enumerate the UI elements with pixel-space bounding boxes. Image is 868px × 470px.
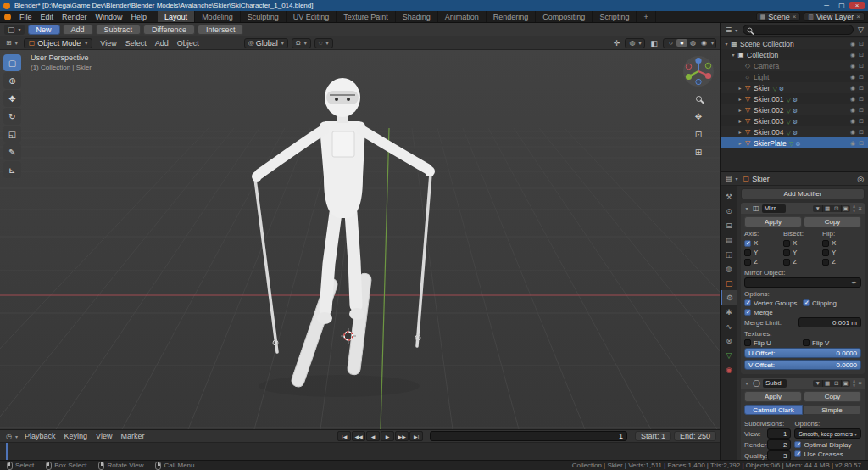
clipping-checkbox[interactable]	[803, 299, 810, 306]
outliner-row[interactable]: ▸ Skier.003 ◉ ⊡	[721, 115, 868, 126]
modifier-name-field[interactable]: Mirr	[762, 204, 786, 213]
render-subdivisions-field[interactable]: 2	[767, 439, 791, 450]
menu-item[interactable]: Help	[127, 11, 152, 22]
workspace-tab[interactable]: Compositing	[536, 11, 593, 22]
timeline-track-area[interactable]	[0, 442, 720, 460]
start-frame-field[interactable]: Start: 1	[635, 431, 671, 441]
hide-in-viewport-eye-icon[interactable]: ◉	[849, 140, 857, 147]
timeline-editor-selector[interactable]: ◷ ▾	[3, 433, 20, 440]
transport-button[interactable]: ▶	[381, 431, 394, 441]
subdivision-modifier-header[interactable]: ▾ ◯ Subd ▼ ▦ ⊡ ▣ ∧ ∨ ×	[741, 378, 865, 389]
zoom-icon[interactable]	[692, 92, 705, 105]
camera-view-icon[interactable]: ⊡	[692, 127, 705, 141]
selection-mode-button[interactable]: Add	[63, 25, 93, 35]
disable-in-renders-icon[interactable]: ⊡	[857, 52, 865, 59]
workspace-tab[interactable]: Sculpting	[241, 11, 287, 22]
3d-viewport[interactable]: User Perspective (1) Collection | Skier …	[0, 50, 720, 429]
menu-item[interactable]: File	[15, 11, 36, 22]
outliner-row[interactable]: Light ◉ ⊡	[721, 71, 868, 82]
tool-button[interactable]: ✎	[3, 143, 21, 160]
transport-button[interactable]: ▶|	[409, 431, 423, 441]
hide-in-viewport-eye-icon[interactable]: ◉	[849, 85, 857, 92]
properties-tab[interactable]: ▽	[721, 348, 737, 362]
outliner-row[interactable]: ▸ Skier.002 ◉ ⊡	[721, 104, 868, 115]
apply-button[interactable]: Apply	[744, 391, 802, 402]
uv-smooth-dropdown[interactable]: Smooth, keep corners ▾	[794, 428, 861, 439]
use-creases-checkbox[interactable]	[794, 450, 801, 457]
properties-tab[interactable]: ⊙	[721, 204, 737, 218]
mirror-object-field[interactable]: ✒	[744, 277, 861, 288]
active-tool-selector[interactable]: ▢ ▾	[4, 25, 25, 35]
disable-in-renders-icon[interactable]: ⊡	[857, 140, 865, 147]
window-titlebar[interactable]: Blender* [D:\Mega\Game Dev\Blender\Blend…	[0, 0, 868, 11]
apply-button[interactable]: Apply	[744, 216, 802, 227]
selection-mode-button[interactable]: Subtract	[96, 25, 142, 35]
outliner-row[interactable]: ▸ Skier ◉ ⊡	[721, 82, 868, 93]
maximize-button[interactable]: ▢	[834, 2, 849, 9]
show-in-editmode-toggle[interactable]: ▦	[823, 380, 832, 387]
collapse-icon[interactable]: ▾	[743, 205, 750, 211]
expand-toggle-icon[interactable]: ▸	[737, 129, 743, 135]
workspace-tab[interactable]: UV Editing	[287, 11, 337, 22]
shading-wireframe-icon[interactable]: ○	[665, 39, 676, 47]
xray-toggle-icon[interactable]: ◧	[648, 39, 659, 48]
end-frame-field[interactable]: End: 250	[674, 431, 716, 441]
modifier-name-field[interactable]: Subd	[763, 379, 787, 388]
menu-item[interactable]: Edit	[36, 11, 58, 22]
disable-in-renders-icon[interactable]: ⊡	[857, 118, 865, 125]
hide-in-viewport-eye-icon[interactable]: ◉	[849, 107, 857, 114]
hide-in-viewport-eye-icon[interactable]: ◉	[849, 118, 857, 125]
expand-toggle-icon[interactable]: ▸	[737, 96, 743, 102]
copy-button[interactable]: Copy	[804, 216, 861, 227]
optimal-display-checkbox[interactable]	[794, 441, 801, 448]
viewport-menu-item[interactable]: Object	[173, 36, 203, 49]
tool-button[interactable]: ◱	[3, 126, 21, 143]
merge-limit-field[interactable]: 0.001 m	[798, 317, 861, 327]
timeline-menu-item[interactable]: View	[92, 430, 116, 442]
show-realtime-toggle[interactable]: ⊡	[832, 205, 841, 212]
workspace-tab[interactable]: Layout	[158, 11, 195, 22]
flip-checkbox[interactable]	[822, 240, 829, 247]
properties-editor-selector[interactable]: ▤ ▾	[723, 175, 741, 182]
flip-u-checkbox[interactable]	[744, 339, 751, 346]
flip-checkbox[interactable]	[822, 259, 829, 266]
disable-in-renders-icon[interactable]: ⊡	[857, 41, 865, 48]
shading-solid-icon[interactable]: ●	[676, 39, 687, 47]
expand-toggle-icon[interactable]: ▸	[737, 85, 743, 91]
current-frame-field[interactable]: 1	[430, 431, 627, 441]
move-down-icon[interactable]: ∨	[853, 209, 856, 213]
viewport-menu-item[interactable]: Select	[121, 36, 151, 49]
shading-rendered-icon[interactable]: ◉	[698, 39, 709, 47]
merge-checkbox[interactable]	[744, 309, 751, 316]
gizmo-toggle-icon[interactable]: ✛	[612, 39, 622, 48]
view-layer-selector[interactable]: ▥ View Layer ×	[804, 12, 865, 21]
view-subdivisions-field[interactable]: 1	[767, 428, 791, 439]
playhead[interactable]	[6, 443, 8, 460]
perspective-toggle-icon[interactable]: ⊞	[692, 145, 705, 159]
show-render-toggle[interactable]: ▣	[842, 205, 850, 212]
viewport-canvas[interactable]	[0, 50, 720, 429]
v-offset-slider[interactable]: V Offset: 0.0000	[744, 360, 861, 370]
show-on-cage-toggle[interactable]: ▼	[813, 205, 822, 212]
quality-field[interactable]: 3	[767, 450, 791, 460]
properties-tab[interactable]: ◉	[721, 362, 737, 377]
hide-in-viewport-eye-icon[interactable]: ◉	[849, 63, 857, 70]
simple-button[interactable]: Simple	[803, 405, 861, 415]
tool-button[interactable]: ⊾	[3, 161, 21, 178]
outliner-row[interactable]: ▾ Scene Collection ◉ ⊡	[721, 38, 868, 49]
viewport-menu-item[interactable]: Add	[151, 36, 173, 49]
hide-in-viewport-eye-icon[interactable]: ◉	[849, 129, 857, 136]
pin-icon[interactable]: ◎	[855, 175, 865, 183]
flip-checkbox[interactable]	[822, 249, 829, 256]
properties-tab[interactable]: ∿	[721, 319, 737, 333]
bisect-checkbox[interactable]	[783, 240, 790, 247]
disable-in-renders-icon[interactable]: ⊡	[857, 107, 865, 114]
flip-v-checkbox[interactable]	[803, 339, 810, 346]
disable-in-renders-icon[interactable]: ⊡	[857, 85, 865, 92]
selection-mode-button[interactable]: New	[28, 25, 60, 35]
bisect-checkbox[interactable]	[783, 259, 790, 266]
workspace-tab[interactable]: Animation	[438, 11, 487, 22]
overlays-toggle[interactable]: ◍ ▾	[625, 38, 645, 48]
workspace-tab[interactable]: Rendering	[487, 11, 537, 22]
outliner-row[interactable]: ▸ Skier.004 ◉ ⊡	[721, 126, 868, 137]
